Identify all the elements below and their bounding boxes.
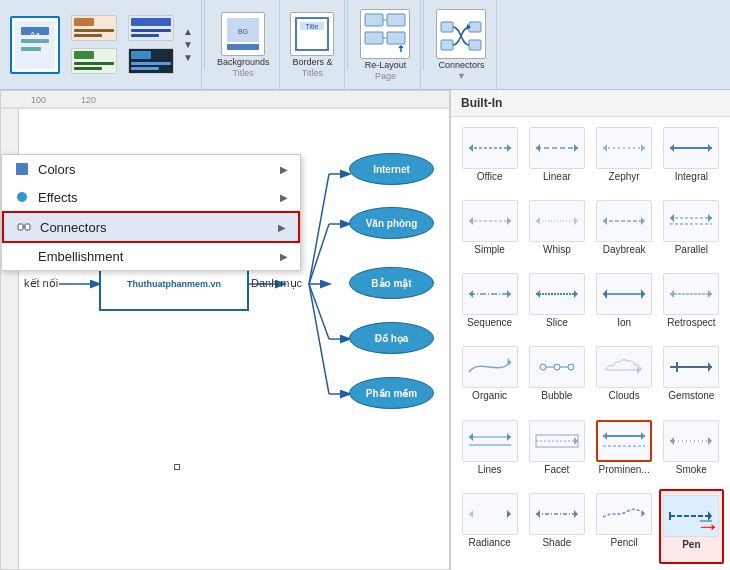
theme-4-button[interactable]: [124, 13, 178, 43]
connector-clouds[interactable]: Clouds: [592, 342, 657, 413]
connector-bubble-box: [529, 346, 585, 388]
connector-parallel[interactable]: Parallel: [659, 196, 724, 267]
svg-rect-7: [74, 29, 114, 32]
embellishment-label: Embellishment: [38, 249, 123, 264]
connector-shade[interactable]: Shade: [524, 489, 589, 564]
backgrounds-sublabel: Titles: [233, 68, 254, 78]
connectors-ribbon-button[interactable]: Connectors ▼: [432, 7, 490, 83]
connector-integral[interactable]: Integral: [659, 123, 724, 194]
svg-marker-63: [536, 144, 540, 152]
svg-point-54: [17, 192, 27, 202]
connector-integral-box: [663, 127, 719, 169]
svg-marker-127: [708, 511, 712, 521]
effects-icon: [14, 189, 30, 205]
phan-mem-node[interactable]: Phần mềm: [349, 377, 434, 409]
svg-marker-108: [469, 433, 473, 441]
theme-scroll-button[interactable]: ▲ ▼ ▼: [181, 24, 195, 65]
borders-label: Borders &: [292, 57, 332, 67]
connector-ion-label: Ion: [617, 317, 631, 328]
svg-marker-62: [574, 144, 578, 152]
connector-ion[interactable]: Ion: [592, 269, 657, 340]
theme-5-button[interactable]: [124, 46, 178, 76]
svg-point-96: [540, 364, 546, 370]
svg-rect-6: [74, 18, 94, 26]
svg-marker-66: [603, 144, 607, 152]
svg-rect-19: [131, 62, 171, 65]
svg-rect-27: [365, 14, 383, 26]
default-theme-button[interactable]: Aa: [6, 14, 64, 76]
svg-marker-60: [469, 144, 473, 152]
connector-facet-box: [529, 420, 585, 462]
drawing-canvas[interactable]: 100 120: [0, 90, 450, 570]
connector-zephyr-box: [596, 127, 652, 169]
svg-marker-123: [574, 510, 578, 518]
svg-rect-18: [131, 51, 151, 59]
connector-whisp-label: Whisp: [543, 244, 571, 255]
connector-smoke[interactable]: Smoke: [659, 416, 724, 487]
theme-3-button[interactable]: [67, 46, 121, 76]
svg-line-46: [309, 224, 329, 284]
ribbon-divider-2: [347, 0, 348, 70]
backgrounds-button[interactable]: BG Backgrounds Titles: [213, 10, 274, 80]
svg-marker-118: [670, 437, 674, 445]
svg-marker-91: [603, 289, 607, 299]
connector-office[interactable]: Office: [457, 123, 522, 194]
connector-pencil-box: [596, 493, 652, 535]
ribbon-divider-1: [204, 0, 205, 70]
internet-label: Internet: [373, 164, 410, 175]
ribbon: Aa: [0, 0, 730, 90]
bao-mat-label: Bảo mật: [371, 278, 411, 289]
connector-bubble[interactable]: Bubble: [524, 342, 589, 413]
connector-pen[interactable]: Pen: [659, 489, 724, 564]
embellishment-menu-item[interactable]: Embellishment ▶: [2, 243, 300, 270]
connector-retrospect[interactable]: Retrospect: [659, 269, 724, 340]
connector-facet[interactable]: Facet: [524, 416, 589, 487]
svg-marker-93: [708, 290, 712, 298]
svg-rect-10: [74, 51, 94, 59]
connector-simple[interactable]: Simple: [457, 196, 522, 267]
connector-smoke-box: [663, 420, 719, 462]
connector-slice[interactable]: Slice: [524, 269, 589, 340]
connector-organic[interactable]: Organic: [457, 342, 522, 413]
connector-gemstone[interactable]: Gemstone: [659, 342, 724, 413]
connector-prominent[interactable]: Prominen...: [592, 416, 657, 487]
svg-rect-12: [74, 67, 102, 70]
do-hoa-node[interactable]: Đồ họa: [349, 322, 434, 354]
relayout-button[interactable]: Re-Layout Page: [356, 7, 414, 83]
connector-pen-box: [663, 495, 719, 537]
svg-line-51: [309, 284, 329, 394]
svg-marker-107: [507, 433, 511, 441]
van-phong-label: Văn phòng: [366, 218, 418, 229]
connector-zephyr[interactable]: Zephyr: [592, 123, 657, 194]
theme-2-button[interactable]: [67, 13, 121, 43]
ribbon-divider-3: [423, 0, 424, 70]
backgrounds-label: Backgrounds: [217, 57, 270, 67]
svg-marker-68: [708, 144, 712, 152]
dropdown-menu: Colors ▶ Effects ▶ Connectors: [1, 154, 301, 271]
connector-retrospect-box: [663, 273, 719, 315]
connector-daybreak[interactable]: Daybreak: [592, 196, 657, 267]
colors-menu-item[interactable]: Colors ▶: [2, 155, 300, 183]
svg-marker-124: [536, 510, 540, 518]
connector-radiance[interactable]: Radiance: [457, 489, 522, 564]
svg-line-49: [309, 284, 329, 339]
connector-lines[interactable]: Lines: [457, 416, 522, 487]
connector-whisp[interactable]: Whisp: [524, 196, 589, 267]
connector-linear[interactable]: Linear: [524, 123, 589, 194]
borders-button[interactable]: Title Borders & Titles: [286, 10, 338, 80]
bao-mat-node[interactable]: Bảo mật: [349, 267, 434, 299]
van-phong-node[interactable]: Văn phòng: [349, 207, 434, 239]
effects-menu-item[interactable]: Effects ▶: [2, 183, 300, 211]
svg-rect-11: [74, 62, 114, 65]
svg-rect-35: [441, 40, 453, 50]
connectors-menu-item[interactable]: Connectors ▶: [2, 211, 300, 243]
svg-marker-111: [574, 437, 578, 445]
connector-slice-label: Slice: [546, 317, 568, 328]
connector-clouds-label: Clouds: [609, 390, 640, 401]
connector-sequence[interactable]: Sequence: [457, 269, 522, 340]
connector-sequence-box: [462, 273, 518, 315]
connector-office-box: [462, 127, 518, 169]
svg-rect-33: [441, 22, 453, 32]
connector-pencil[interactable]: Pencil: [592, 489, 657, 564]
internet-node[interactable]: Internet: [349, 153, 434, 185]
